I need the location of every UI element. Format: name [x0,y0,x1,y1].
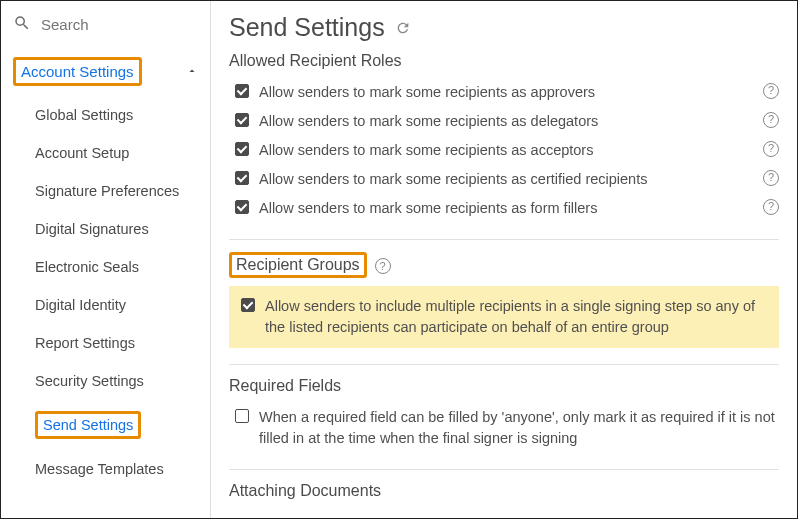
checkbox-multi-recipients[interactable] [241,298,255,312]
checkbox-required-anyone[interactable] [235,409,249,423]
page-title: Send Settings [229,13,779,42]
sidebar: Account Settings Global Settings Account… [1,1,211,518]
allowed-roles-options: Allow senders to mark some recipients as… [229,78,779,223]
recipient-groups-options: Allow senders to include multiple recipi… [229,286,779,348]
sidebar-item-global-settings[interactable]: Global Settings [1,96,210,134]
option-form-fillers: Allow senders to mark some recipients as… [235,194,779,223]
divider [229,469,779,470]
help-icon[interactable]: ? [763,141,779,157]
checkbox-approvers[interactable] [235,84,249,98]
nav-list: Global Settings Account Setup Signature … [1,96,210,488]
section-recipient-groups: Recipient Groups ? [229,252,779,278]
sidebar-item-digital-identity[interactable]: Digital Identity [1,286,210,324]
attaching-documents-note: Please choose at least one way to attach… [229,508,779,518]
page-title-text: Send Settings [229,13,385,42]
help-icon[interactable]: ? [375,258,391,274]
sidebar-item-message-templates[interactable]: Message Templates [1,450,210,488]
sidebar-item-send-settings[interactable]: Send Settings [1,400,210,450]
sidebar-item-signature-preferences[interactable]: Signature Preferences [1,172,210,210]
checkbox-form-fillers[interactable] [235,200,249,214]
option-acceptors: Allow senders to mark some recipients as… [235,136,779,165]
search-input[interactable] [41,16,231,33]
section-allowed-recipient-roles: Allowed Recipient Roles [229,52,779,70]
help-icon[interactable]: ? [763,199,779,215]
search-bar [1,1,210,47]
required-fields-options: When a required field can be filled by '… [229,403,779,453]
help-icon[interactable]: ? [763,170,779,186]
sidebar-item-report-settings[interactable]: Report Settings [1,324,210,362]
nav-section-account-settings[interactable]: Account Settings [1,47,210,96]
section-required-fields: Required Fields [229,377,779,395]
sidebar-item-digital-signatures[interactable]: Digital Signatures [1,210,210,248]
option-required-anyone: When a required field can be filled by '… [235,403,779,453]
sidebar-item-account-setup[interactable]: Account Setup [1,134,210,172]
checkbox-acceptors[interactable] [235,142,249,156]
option-multi-recipients: Allow senders to include multiple recipi… [229,286,779,348]
help-icon[interactable]: ? [763,83,779,99]
divider [229,364,779,365]
option-approvers: Allow senders to mark some recipients as… [235,78,779,107]
help-icon[interactable]: ? [763,112,779,128]
refresh-icon[interactable] [395,13,411,42]
option-certified: Allow senders to mark some recipients as… [235,165,779,194]
chevron-up-icon [186,64,198,80]
sidebar-item-security-settings[interactable]: Security Settings [1,362,210,400]
divider [229,239,779,240]
nav-section-label: Account Settings [13,57,142,86]
checkbox-delegators[interactable] [235,113,249,127]
search-icon [13,14,31,35]
section-attaching-documents: Attaching Documents [229,482,779,500]
checkbox-certified[interactable] [235,171,249,185]
sidebar-item-electronic-seals[interactable]: Electronic Seals [1,248,210,286]
option-delegators: Allow senders to mark some recipients as… [235,107,779,136]
main-content: Send Settings Allowed Recipient Roles Al… [211,1,797,518]
